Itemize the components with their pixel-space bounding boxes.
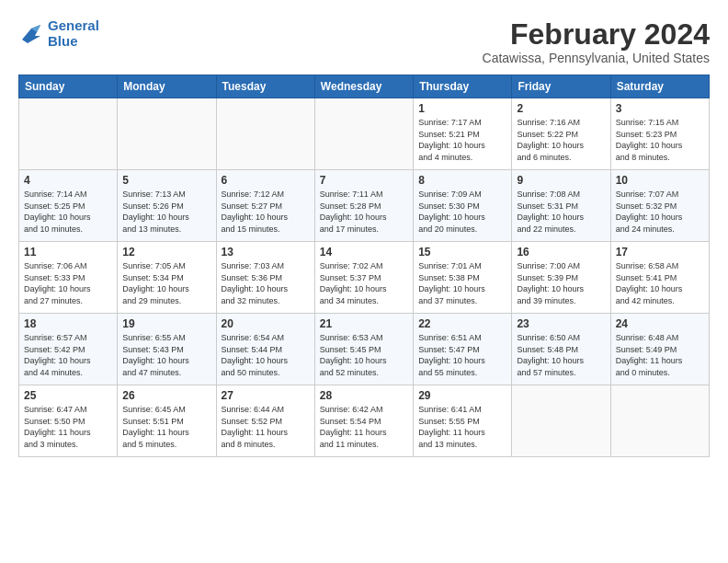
table-row: 20Sunrise: 6:54 AMSunset: 5:44 PMDayligh… — [216, 314, 314, 385]
day-number: 29 — [418, 389, 506, 402]
day-number: 13 — [222, 246, 310, 259]
month-title: February 2024 — [483, 18, 710, 51]
day-number: 8 — [418, 174, 506, 187]
calendar-table: Sunday Monday Tuesday Wednesday Thursday… — [18, 75, 710, 457]
day-number: 4 — [24, 174, 112, 187]
table-row — [118, 98, 216, 170]
page: General Blue February 2024 Catawissa, Pe… — [0, 0, 728, 466]
day-number: 15 — [418, 246, 506, 259]
day-number: 16 — [517, 246, 605, 259]
logo-icon — [18, 23, 44, 45]
day-info: Sunrise: 7:13 AMSunset: 5:26 PMDaylight:… — [122, 189, 210, 235]
calendar-week-5: 25Sunrise: 6:47 AMSunset: 5:50 PMDayligh… — [19, 385, 710, 457]
day-number: 19 — [122, 317, 210, 330]
day-number: 10 — [616, 174, 704, 187]
table-row: 1Sunrise: 7:17 AMSunset: 5:21 PMDaylight… — [414, 98, 512, 170]
logo: General Blue — [18, 18, 99, 49]
table-row: 17Sunrise: 6:58 AMSunset: 5:41 PMDayligh… — [610, 242, 709, 314]
day-number: 9 — [517, 174, 605, 187]
calendar-week-1: 1Sunrise: 7:17 AMSunset: 5:21 PMDaylight… — [19, 98, 710, 170]
table-row: 13Sunrise: 7:03 AMSunset: 5:36 PMDayligh… — [216, 242, 314, 314]
day-info: Sunrise: 6:53 AMSunset: 5:45 PMDaylight:… — [320, 332, 408, 378]
table-row: 7Sunrise: 7:11 AMSunset: 5:28 PMDaylight… — [314, 170, 413, 242]
day-info: Sunrise: 7:12 AMSunset: 5:27 PMDaylight:… — [222, 189, 310, 235]
calendar-week-3: 11Sunrise: 7:06 AMSunset: 5:33 PMDayligh… — [19, 242, 710, 314]
col-saturday: Saturday — [610, 75, 709, 98]
table-row: 12Sunrise: 7:05 AMSunset: 5:34 PMDayligh… — [118, 242, 216, 314]
day-number: 27 — [222, 389, 310, 402]
day-number: 24 — [616, 317, 704, 330]
day-number: 23 — [517, 317, 605, 330]
day-number: 11 — [24, 246, 112, 259]
day-info: Sunrise: 6:42 AMSunset: 5:54 PMDaylight:… — [320, 404, 408, 450]
table-row: 16Sunrise: 7:00 AMSunset: 5:39 PMDayligh… — [512, 242, 610, 314]
day-number: 12 — [122, 246, 210, 259]
day-info: Sunrise: 7:09 AMSunset: 5:30 PMDaylight:… — [418, 189, 506, 235]
table-row: 27Sunrise: 6:44 AMSunset: 5:52 PMDayligh… — [216, 385, 314, 457]
col-friday: Friday — [512, 75, 610, 98]
table-row: 9Sunrise: 7:08 AMSunset: 5:31 PMDaylight… — [512, 170, 610, 242]
day-info: Sunrise: 7:00 AMSunset: 5:39 PMDaylight:… — [517, 260, 605, 306]
table-row: 26Sunrise: 6:45 AMSunset: 5:51 PMDayligh… — [118, 385, 216, 457]
table-row: 29Sunrise: 6:41 AMSunset: 5:55 PMDayligh… — [414, 385, 512, 457]
table-row — [512, 385, 610, 457]
calendar-week-2: 4Sunrise: 7:14 AMSunset: 5:25 PMDaylight… — [19, 170, 710, 242]
day-number: 25 — [24, 389, 112, 402]
day-info: Sunrise: 7:07 AMSunset: 5:32 PMDaylight:… — [616, 189, 704, 235]
day-info: Sunrise: 6:47 AMSunset: 5:50 PMDaylight:… — [24, 404, 112, 450]
table-row: 2Sunrise: 7:16 AMSunset: 5:22 PMDaylight… — [512, 98, 610, 170]
day-number: 22 — [418, 317, 506, 330]
table-row: 21Sunrise: 6:53 AMSunset: 5:45 PMDayligh… — [314, 314, 413, 385]
table-row: 22Sunrise: 6:51 AMSunset: 5:47 PMDayligh… — [414, 314, 512, 385]
day-number: 28 — [320, 389, 408, 402]
table-row: 5Sunrise: 7:13 AMSunset: 5:26 PMDaylight… — [118, 170, 216, 242]
day-number: 21 — [320, 317, 408, 330]
table-row: 10Sunrise: 7:07 AMSunset: 5:32 PMDayligh… — [610, 170, 709, 242]
col-thursday: Thursday — [414, 75, 512, 98]
table-row: 11Sunrise: 7:06 AMSunset: 5:33 PMDayligh… — [19, 242, 118, 314]
table-row: 4Sunrise: 7:14 AMSunset: 5:25 PMDaylight… — [19, 170, 118, 242]
day-number: 1 — [418, 102, 506, 115]
day-info: Sunrise: 7:06 AMSunset: 5:33 PMDaylight:… — [24, 260, 112, 306]
day-info: Sunrise: 7:14 AMSunset: 5:25 PMDaylight:… — [24, 189, 112, 235]
day-info: Sunrise: 7:05 AMSunset: 5:34 PMDaylight:… — [122, 260, 210, 306]
table-row: 8Sunrise: 7:09 AMSunset: 5:30 PMDaylight… — [414, 170, 512, 242]
day-info: Sunrise: 6:58 AMSunset: 5:41 PMDaylight:… — [616, 260, 704, 306]
day-info: Sunrise: 6:57 AMSunset: 5:42 PMDaylight:… — [24, 332, 112, 378]
day-info: Sunrise: 7:17 AMSunset: 5:21 PMDaylight:… — [418, 117, 506, 163]
day-info: Sunrise: 6:41 AMSunset: 5:55 PMDaylight:… — [418, 404, 506, 450]
day-info: Sunrise: 7:08 AMSunset: 5:31 PMDaylight:… — [517, 189, 605, 235]
col-sunday: Sunday — [19, 75, 118, 98]
table-row: 6Sunrise: 7:12 AMSunset: 5:27 PMDaylight… — [216, 170, 314, 242]
col-monday: Monday — [118, 75, 216, 98]
table-row: 25Sunrise: 6:47 AMSunset: 5:50 PMDayligh… — [19, 385, 118, 457]
calendar-header-row: Sunday Monday Tuesday Wednesday Thursday… — [19, 75, 710, 98]
table-row: 23Sunrise: 6:50 AMSunset: 5:48 PMDayligh… — [512, 314, 610, 385]
day-info: Sunrise: 7:03 AMSunset: 5:36 PMDaylight:… — [222, 260, 310, 306]
day-number: 6 — [222, 174, 310, 187]
logo-text: General Blue — [48, 18, 99, 49]
table-row: 19Sunrise: 6:55 AMSunset: 5:43 PMDayligh… — [118, 314, 216, 385]
day-info: Sunrise: 6:55 AMSunset: 5:43 PMDaylight:… — [122, 332, 210, 378]
day-number: 17 — [616, 246, 704, 259]
day-number: 3 — [616, 102, 704, 115]
table-row: 3Sunrise: 7:15 AMSunset: 5:23 PMDaylight… — [610, 98, 709, 170]
calendar-week-4: 18Sunrise: 6:57 AMSunset: 5:42 PMDayligh… — [19, 314, 710, 385]
day-number: 5 — [122, 174, 210, 187]
day-info: Sunrise: 7:15 AMSunset: 5:23 PMDaylight:… — [616, 117, 704, 163]
day-number: 18 — [24, 317, 112, 330]
table-row — [610, 385, 709, 457]
table-row — [216, 98, 314, 170]
day-info: Sunrise: 7:02 AMSunset: 5:37 PMDaylight:… — [320, 260, 408, 306]
day-info: Sunrise: 7:11 AMSunset: 5:28 PMDaylight:… — [320, 189, 408, 235]
day-info: Sunrise: 6:51 AMSunset: 5:47 PMDaylight:… — [418, 332, 506, 378]
day-info: Sunrise: 6:45 AMSunset: 5:51 PMDaylight:… — [122, 404, 210, 450]
day-info: Sunrise: 7:01 AMSunset: 5:38 PMDaylight:… — [418, 260, 506, 306]
day-number: 7 — [320, 174, 408, 187]
table-row: 24Sunrise: 6:48 AMSunset: 5:49 PMDayligh… — [610, 314, 709, 385]
table-row — [19, 98, 118, 170]
location-title: Catawissa, Pennsylvania, United States — [483, 51, 710, 65]
table-row — [314, 98, 413, 170]
day-number: 2 — [517, 102, 605, 115]
header: General Blue February 2024 Catawissa, Pe… — [18, 18, 710, 65]
